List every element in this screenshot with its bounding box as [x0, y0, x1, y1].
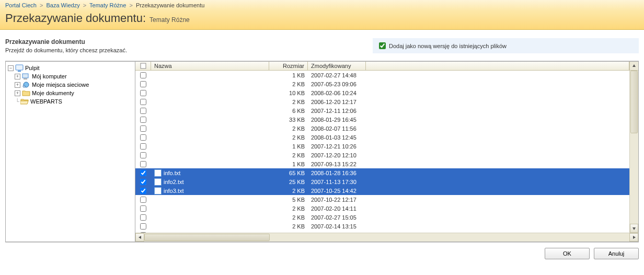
file-name-cell[interactable]	[151, 231, 269, 233]
file-row[interactable]: 1 KB2007-12-21 10:26	[135, 142, 638, 151]
file-size: 2 KB	[269, 186, 308, 195]
file-name-cell[interactable]	[151, 133, 269, 142]
file-name-cell[interactable]	[151, 79, 269, 88]
ok-button[interactable]: OK	[545, 248, 590, 259]
file-name-cell[interactable]: info3.txt	[151, 186, 269, 195]
file-modified: 2007-12-11 12:06	[308, 106, 366, 115]
file-list-body[interactable]: 1 KB2007-02-27 14:482 KB2007-05-23 09:06…	[135, 71, 638, 233]
file-row-checkbox[interactable]	[140, 223, 146, 230]
file-row[interactable]: 33 KB2008-01-29 16:45	[135, 115, 638, 124]
file-name-cell[interactable]	[151, 115, 269, 124]
file-name-cell[interactable]	[151, 204, 269, 213]
file-row-checkbox[interactable]	[140, 197, 146, 203]
file-row[interactable]: 2 KB2006-12-20 12:17	[135, 97, 638, 106]
file-name-cell[interactable]	[151, 151, 269, 159]
scroll-down-button[interactable]	[630, 224, 638, 233]
file-row-checkbox[interactable]	[140, 232, 146, 233]
file-row-checkbox[interactable]	[140, 134, 146, 141]
tree-node[interactable]: └ WEBPARTS	[7, 97, 134, 106]
file-row-checkbox[interactable]	[140, 179, 146, 185]
scrollbar-track[interactable]	[144, 233, 629, 242]
file-row[interactable]: 1 KB2007-02-27 14:48	[135, 71, 638, 79]
cancel-button[interactable]: Anuluj	[594, 248, 639, 259]
tree-node-root[interactable]: − Pulpit	[7, 64, 134, 72]
file-row[interactable]: 2 KB2008-01-03 12:45	[135, 133, 638, 142]
file-row-checkbox[interactable]	[140, 205, 146, 212]
column-header-name[interactable]: Nazwa	[151, 62, 269, 70]
tree-expand-icon[interactable]: +	[15, 74, 20, 79]
file-list-header: Nazwa Rozmiar Zmodyfikowany	[135, 62, 638, 71]
file-row[interactable]: 2 KB2007-02-27 15:05	[135, 213, 638, 222]
column-header-modified[interactable]: Zmodyfikowany	[308, 62, 366, 70]
file-name-cell[interactable]	[151, 124, 269, 133]
breadcrumb-separator: >	[83, 2, 86, 8]
file-row-checkbox[interactable]	[140, 90, 146, 96]
tree-node[interactable]: + Mój komputer	[7, 72, 134, 81]
file-name-cell[interactable]	[151, 222, 269, 231]
column-header-checkbox[interactable]	[135, 62, 151, 70]
file-name-cell[interactable]	[151, 213, 269, 222]
file-row[interactable]: 1 KB2007-02-14 13:15	[135, 231, 638, 233]
tree-collapse-icon[interactable]: −	[8, 65, 14, 71]
file-row[interactable]: 6 KB2007-12-11 12:06	[135, 106, 638, 115]
file-row-checkbox[interactable]	[140, 125, 146, 132]
file-row[interactable]: 2 KB2007-02-14 13:15	[135, 222, 638, 231]
file-row[interactable]: 10 KB2008-02-06 10:24	[135, 88, 638, 97]
scrollbar-track[interactable]	[630, 71, 638, 224]
file-name-cell[interactable]	[151, 142, 269, 151]
breadcrumb-link[interactable]: Tematy Różne	[89, 2, 126, 8]
file-modified: 2008-01-03 12:45	[308, 133, 366, 142]
tree-node-label: Pulpit	[25, 64, 40, 72]
add-as-new-version-checkbox[interactable]	[379, 42, 386, 49]
file-name-cell[interactable]	[151, 159, 269, 168]
file-name-cell[interactable]	[151, 195, 269, 204]
file-row[interactable]: 5 KB2007-10-22 12:17	[135, 195, 638, 204]
file-name-cell[interactable]	[151, 97, 269, 106]
file-row[interactable]: 2 KB2007-12-20 12:10	[135, 151, 638, 159]
file-name-cell[interactable]	[151, 71, 269, 79]
file-modified: 2007-02-14 13:15	[308, 231, 366, 233]
file-row[interactable]: 2 KB2007-02-20 14:11	[135, 204, 638, 213]
file-name-cell[interactable]	[151, 106, 269, 115]
file-row-checkbox[interactable]	[140, 170, 146, 176]
tree-expand-icon[interactable]: +	[15, 90, 20, 96]
svg-rect-0	[16, 65, 23, 70]
file-row-checkbox[interactable]	[140, 188, 146, 194]
tree-node[interactable]: + Moje miejsca sieciowe	[7, 81, 134, 89]
scroll-up-button[interactable]	[629, 62, 638, 70]
breadcrumb-link[interactable]: Baza Wiedzy	[46, 2, 79, 8]
file-row[interactable]: 1 KB2007-09-13 15:22	[135, 159, 638, 168]
file-row-checkbox[interactable]	[140, 117, 146, 123]
scrollbar-thumb[interactable]	[144, 234, 270, 241]
tree-node[interactable]: + Moje dokumenty	[7, 89, 134, 97]
file-row-checkbox[interactable]	[140, 214, 146, 221]
file-row[interactable]: info2.txt25 KB2007-11-13 17:30	[135, 177, 638, 186]
file-row[interactable]: 2 KB2007-05-23 09:06	[135, 79, 638, 88]
file-size: 2 KB	[269, 213, 308, 222]
horizontal-scrollbar[interactable]	[135, 233, 638, 242]
column-header-size[interactable]: Rozmiar	[269, 62, 308, 70]
file-name-cell[interactable]	[151, 88, 269, 97]
file-row-checkbox[interactable]	[140, 152, 146, 158]
file-row[interactable]: info.txt65 KB2008-01-28 16:36	[135, 168, 638, 177]
scrollbar-thumb[interactable]	[630, 71, 638, 133]
computer-icon	[22, 73, 30, 80]
file-row-checkbox[interactable]	[140, 72, 146, 78]
file-row[interactable]: info3.txt2 KB2007-10-25 14:42	[135, 186, 638, 195]
file-row-checkbox[interactable]	[140, 161, 146, 167]
folder-tree[interactable]: − Pulpit + Mój komputer + Moje miejsca s…	[5, 61, 135, 242]
scroll-left-button[interactable]	[135, 233, 144, 242]
file-row-checkbox[interactable]	[140, 81, 146, 87]
scroll-right-button[interactable]	[629, 233, 638, 242]
file-size: 10 KB	[269, 88, 308, 97]
file-name-cell[interactable]: info2.txt	[151, 177, 269, 186]
file-row-checkbox[interactable]	[140, 143, 146, 150]
vertical-scrollbar[interactable]	[629, 71, 638, 233]
breadcrumb-link[interactable]: Portal Ciech	[5, 2, 37, 8]
file-row-checkbox[interactable]	[140, 108, 146, 114]
tree-expand-icon[interactable]: +	[15, 82, 20, 88]
file-name-cell[interactable]: info.txt	[151, 168, 269, 177]
file-row-checkbox[interactable]	[140, 99, 146, 105]
file-size: 1 KB	[269, 142, 308, 151]
file-row[interactable]: 2 KB2008-02-07 11:56	[135, 124, 638, 133]
